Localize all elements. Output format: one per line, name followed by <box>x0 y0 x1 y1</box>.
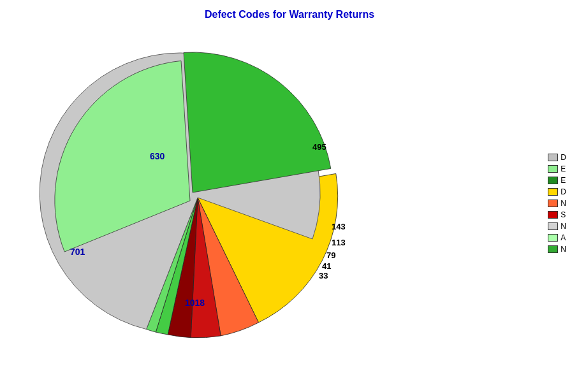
label-79: 79 <box>326 250 335 260</box>
label-1018: 1018 <box>185 298 205 308</box>
label-41: 41 <box>322 261 331 271</box>
legend-color-e1 <box>548 165 558 173</box>
legend-label-n1: N <box>561 199 566 208</box>
label-113: 113 <box>332 238 346 247</box>
legend-item-n3: N <box>548 245 566 254</box>
legend-label-n2: N <box>561 222 566 231</box>
legend-item-s: S <box>548 210 566 219</box>
chart-container: Defect Codes for Warranty Returns <box>0 0 579 392</box>
svg-point-0 <box>89 331 370 370</box>
legend-label-d1: D <box>561 153 566 162</box>
legend-label-e2: E <box>561 176 566 185</box>
legend-color-d2 <box>548 188 558 196</box>
legend-item-n1: N <box>548 199 566 208</box>
chart-legend: D E E D N S N A <box>548 153 566 254</box>
label-33: 33 <box>319 271 328 280</box>
legend-label-a: A <box>561 233 566 242</box>
legend-color-n2 <box>548 222 558 230</box>
legend-label-d2: D <box>561 187 566 196</box>
legend-label-e1: E <box>561 164 566 173</box>
legend-color-e2 <box>548 177 558 184</box>
legend-color-a <box>548 234 558 242</box>
legend-color-d1 <box>548 154 558 161</box>
label-143: 143 <box>332 222 346 231</box>
legend-color-n1 <box>548 200 558 207</box>
legend-item-a: A <box>548 233 566 242</box>
legend-color-s <box>548 211 558 219</box>
legend-item-d1: D <box>548 153 566 162</box>
legend-item-e2: E <box>548 176 566 185</box>
legend-color-n3 <box>548 245 558 253</box>
legend-item-e1: E <box>548 164 566 173</box>
label-630: 630 <box>150 151 165 161</box>
legend-item-n2: N <box>548 222 566 231</box>
chart-title: Defect Codes for Warranty Returns <box>0 0 579 20</box>
label-701: 701 <box>70 247 85 257</box>
legend-item-d2: D <box>548 187 566 196</box>
legend-label-s: S <box>561 210 566 219</box>
label-495: 495 <box>312 142 326 152</box>
pie-chart: 495 143 113 79 41 33 1018 701 630 <box>0 25 542 382</box>
legend-label-n3: N <box>561 245 566 254</box>
